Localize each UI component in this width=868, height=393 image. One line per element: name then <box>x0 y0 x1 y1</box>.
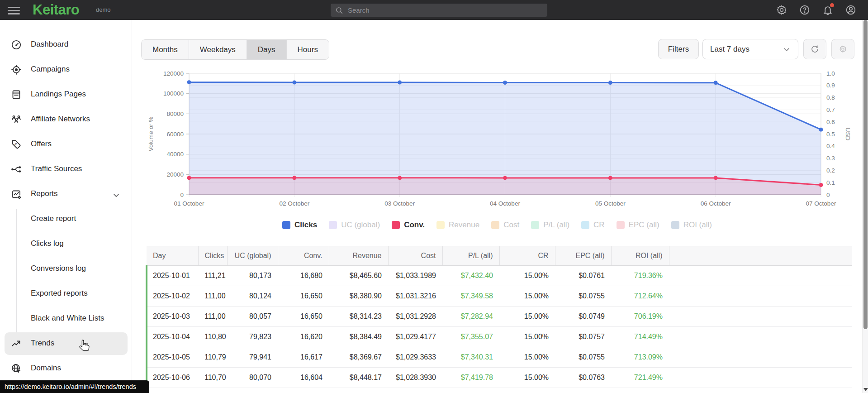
filters-button[interactable]: Filters <box>658 39 699 59</box>
cell-uc-global-: 80,070 <box>227 368 278 388</box>
topbar: Keitaro demo <box>0 0 868 20</box>
column-header-revenue[interactable]: Revenue <box>329 246 388 266</box>
cell-roi-all-: 706.19% <box>611 307 669 327</box>
cell-roi-all-: 713.09% <box>611 347 669 368</box>
sidebar-item-campaigns[interactable]: Campaigns <box>0 58 132 82</box>
cell-p-l-all-: $7,419.78 <box>442 368 499 388</box>
trends-icon <box>11 338 22 349</box>
cell-p-l-all-: $7,432.40 <box>442 266 499 286</box>
svg-text:06 October: 06 October <box>701 200 731 207</box>
cell-spacer <box>669 266 852 286</box>
chart-legend: Clicks UC (global) Conv. Revenue Cost P/… <box>132 220 862 230</box>
scrollbar-down-arrow[interactable] <box>863 388 868 391</box>
cell-clicks: 64,40 <box>198 388 227 393</box>
cell-cr: 15.00% <box>499 266 555 286</box>
domains-icon <box>11 363 22 374</box>
table-row: 2025-10-01111,2180,17316,680$8,465.60$1,… <box>147 266 852 286</box>
legend-item-revenue[interactable]: Revenue <box>436 220 479 230</box>
sidebar: Dashboard Campaigns Landings Pages Affil… <box>0 20 132 393</box>
cell-epc-all-: $0.0755 <box>555 286 611 307</box>
column-header-roi-all-[interactable]: ROI (all) <box>611 246 669 266</box>
cell-revenue: $8,384.49 <box>329 327 388 347</box>
legend-item-p-l-all-[interactable]: P/L (all) <box>531 220 569 230</box>
chevron-down-icon <box>112 191 120 201</box>
scrollbar-thumb[interactable] <box>863 20 868 329</box>
sidebar-item-domains[interactable]: Domains <box>0 356 132 381</box>
legend-item-clicks[interactable]: Clicks <box>282 220 317 230</box>
svg-text:Volume or %: Volume or % <box>147 117 154 152</box>
svg-text:120000: 120000 <box>163 70 184 77</box>
sidebar-item-dashboard[interactable]: Dashboard <box>0 33 132 58</box>
menu-toggle-icon[interactable] <box>8 5 20 15</box>
tab-hours[interactable]: Hours <box>286 40 329 59</box>
cell-spacer <box>669 368 852 388</box>
tab-months[interactable]: Months <box>142 40 189 59</box>
cell-conv-: 16,650 <box>278 307 329 327</box>
cell-uc-global-: 80,057 <box>227 307 278 327</box>
reports-icon <box>11 189 22 200</box>
cell-roi-all-: 718.36% <box>611 388 669 393</box>
tab-days[interactable]: Days <box>247 40 286 59</box>
notifications-icon[interactable] <box>822 5 833 15</box>
cell-epc-all-: $0.0759 <box>555 388 611 393</box>
sidebar-item-landings-pages[interactable]: Landings Pages <box>0 82 132 107</box>
legend-item-roi-all-[interactable]: ROI (all) <box>671 220 712 230</box>
account-icon[interactable] <box>845 5 856 15</box>
settings-icon[interactable] <box>776 5 787 15</box>
chart-settings-button[interactable] <box>831 39 854 59</box>
column-header-conv-[interactable]: Conv. <box>278 246 329 266</box>
column-header-clicks[interactable]: Clicks <box>198 246 227 266</box>
help-icon[interactable] <box>799 5 810 15</box>
search-input[interactable] <box>348 6 543 14</box>
sidebar-item-affiliate-networks[interactable]: Affiliate Networks <box>0 107 132 132</box>
cell-clicks: 110,70 <box>198 368 227 388</box>
sidebar-item-clicks-log[interactable]: Clicks log <box>0 232 132 257</box>
column-header-cr[interactable]: CR <box>499 246 555 266</box>
sidebar-item-exported-reports[interactable]: Exported reports <box>0 282 132 307</box>
svg-text:01 October: 01 October <box>174 200 204 207</box>
column-header-day[interactable]: Day <box>147 246 198 266</box>
cell-uc-global-: 44,457 <box>227 388 278 393</box>
svg-text:02 October: 02 October <box>279 200 309 207</box>
column-header-cost[interactable]: Cost <box>388 246 442 266</box>
legend-item-cost[interactable]: Cost <box>491 220 519 230</box>
svg-text:0.1: 0.1 <box>826 179 835 186</box>
cell-clicks: 111,00 <box>198 307 227 327</box>
cell-clicks: 110,80 <box>198 327 227 347</box>
legend-swatch <box>329 221 337 229</box>
refresh-button[interactable] <box>803 39 826 59</box>
legend-item-cr[interactable]: CR <box>581 220 605 230</box>
sidebar-item-create-report[interactable]: Create report <box>0 207 132 232</box>
column-header-epc-all-[interactable]: EPC (all) <box>555 246 611 266</box>
cell-cost: $1,029.4177 <box>388 327 442 347</box>
svg-text:0: 0 <box>826 192 830 198</box>
sidebar-item-black-and-white-lists[interactable]: Black and White Lists <box>0 307 132 331</box>
column-header-p-l-all-[interactable]: P/L (all) <box>442 246 499 266</box>
cell-cr: 15.00% <box>499 347 555 368</box>
cell-day: 2025-10-01 <box>147 266 198 286</box>
cell-cr: 15.00% <box>499 327 555 347</box>
svg-text:0.6: 0.6 <box>826 119 835 125</box>
sidebar-item-traffic-sources[interactable]: Traffic Sources <box>0 157 132 182</box>
sidebar-item-conversions-log[interactable]: Conversions log <box>0 257 132 282</box>
sidebar-item-trends[interactable]: Trends <box>0 331 132 356</box>
tab-weekdays[interactable]: Weekdays <box>189 40 247 59</box>
landings-icon <box>11 89 22 100</box>
cell-conv-: 16,680 <box>278 266 329 286</box>
cell-cr: 15.00% <box>499 286 555 307</box>
svg-text:0.3: 0.3 <box>826 155 835 162</box>
legend-item-conv-[interactable]: Conv. <box>392 220 425 230</box>
legend-item-uc-global-[interactable]: UC (global) <box>329 220 380 230</box>
cell-uc-global-: 80,173 <box>227 266 278 286</box>
cell-p-l-all-: $7,349.58 <box>442 286 499 307</box>
svg-text:0.9: 0.9 <box>826 82 835 89</box>
sidebar-item-reports[interactable]: Reports <box>0 182 132 207</box>
date-range-select[interactable]: Last 7 days <box>702 39 798 59</box>
cell-spacer <box>669 307 852 327</box>
brand-logo[interactable]: Keitaro <box>33 2 79 18</box>
cell-uc-global-: 79,823 <box>227 327 278 347</box>
legend-item-epc-all-[interactable]: EPC (all) <box>617 220 659 230</box>
trends-table: DayClicksUC (global)Conv.RevenueCostP/L … <box>146 246 851 393</box>
column-header-uc-global-[interactable]: UC (global) <box>227 246 278 266</box>
sidebar-item-offers[interactable]: $ Offers <box>0 132 132 157</box>
